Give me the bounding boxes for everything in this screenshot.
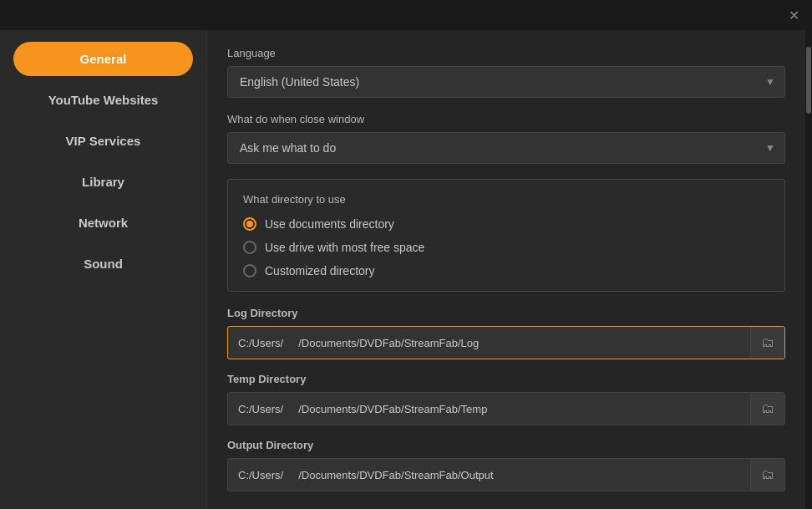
log-directory-label: Log Directory (227, 307, 785, 319)
close-window-dropdown-container: Ask me what to do ▼ (227, 132, 785, 164)
sidebar-item-general[interactable]: General (13, 42, 193, 76)
temp-directory-label: Temp Directory (227, 373, 785, 385)
close-window-dropdown[interactable]: Ask me what to do (227, 132, 785, 164)
output-directory-browse-button[interactable]: 🗂 (750, 459, 784, 491)
radio-documents[interactable]: Use documents directory (243, 217, 769, 231)
sidebar-item-vip-services[interactable]: VIP Services (0, 120, 206, 161)
radio-customized-indicator (243, 264, 256, 277)
sidebar-item-youtube-websites[interactable]: YouTube Websites (0, 79, 206, 120)
temp-directory-section: Temp Directory 🗂 (227, 373, 785, 425)
directory-section-title: What directory to use (243, 193, 769, 206)
sidebar: General YouTube Websites VIP Services Li… (0, 30, 207, 509)
output-directory-input[interactable] (228, 461, 750, 490)
scrollbar[interactable] (805, 30, 812, 509)
sidebar-item-library[interactable]: Library (0, 161, 206, 202)
radio-customized-label: Customized directory (265, 264, 375, 277)
temp-directory-input[interactable] (228, 394, 750, 424)
log-directory-container: 🗂 (227, 326, 785, 359)
temp-directory-browse-button[interactable]: 🗂 (750, 393, 784, 425)
radio-documents-indicator (243, 217, 256, 231)
radio-free-space-label: Use drive with most free space (265, 241, 424, 254)
radio-customized[interactable]: Customized directory (243, 264, 769, 277)
directory-section: What directory to use Use documents dire… (227, 179, 785, 292)
radio-free-space[interactable]: Use drive with most free space (243, 241, 769, 254)
language-dropdown-container: English (United States) ▼ (227, 66, 785, 98)
output-directory-label: Output Directory (227, 439, 785, 451)
language-label: Language (227, 47, 785, 59)
close-window-label: What do when close window (227, 113, 785, 125)
radio-free-space-indicator (243, 241, 256, 254)
output-directory-container: 🗂 (227, 458, 785, 491)
radio-documents-label: Use documents directory (265, 217, 394, 231)
log-directory-input[interactable] (228, 328, 750, 358)
radio-group: Use documents directory Use drive with m… (243, 217, 769, 277)
main-content: Language English (United States) ▼ What … (207, 30, 805, 509)
content-area: General YouTube Websites VIP Services Li… (0, 30, 812, 509)
close-button[interactable]: ✕ (785, 7, 802, 23)
scrollbar-thumb[interactable] (806, 47, 811, 114)
log-directory-browse-button[interactable]: 🗂 (750, 327, 784, 359)
language-dropdown[interactable]: English (United States) (227, 66, 785, 98)
sidebar-item-network[interactable]: Network (0, 202, 206, 243)
temp-directory-container: 🗂 (227, 392, 785, 425)
output-directory-section: Output Directory 🗂 (227, 439, 785, 491)
log-directory-section: Log Directory 🗂 (227, 307, 785, 359)
settings-dialog: ✕ General YouTube Websites VIP Services … (0, 0, 812, 509)
title-bar: ✕ (0, 0, 812, 30)
sidebar-item-sound[interactable]: Sound (0, 243, 206, 284)
